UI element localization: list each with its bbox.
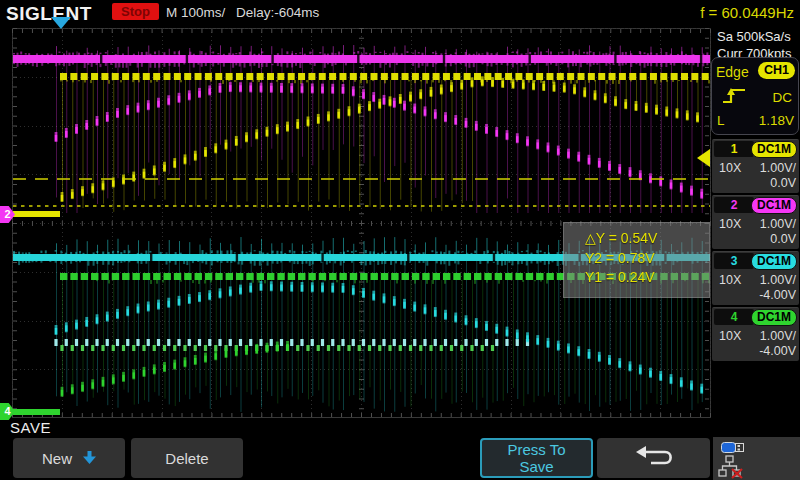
- status-icon-panel: [713, 437, 800, 480]
- trigger-level-marker[interactable]: [697, 149, 710, 167]
- new-button-label: New: [42, 450, 72, 467]
- cursor-y1-value: Y1 = 0.24V: [585, 268, 709, 288]
- trigger-level-label: L: [717, 113, 725, 128]
- channel3-scale: 1.00V/: [760, 273, 796, 287]
- channel2-info-panel[interactable]: 2 DC1M 10X 1.00V/ 0.0V: [712, 195, 799, 249]
- channel2-scale: 1.00V/: [760, 217, 796, 231]
- trigger-position-marker[interactable]: [51, 17, 71, 29]
- trigger-level-value: 1.18V: [759, 113, 794, 128]
- channel4-number: 4: [714, 309, 754, 325]
- channel4-coupling-badge: DC1M: [751, 309, 797, 326]
- channel2-number: 2: [714, 197, 754, 213]
- channel2-attenuation: 10X: [719, 217, 741, 231]
- channel2-coupling-badge: DC1M: [751, 197, 797, 214]
- channel1-info-panel[interactable]: 1 DC1M 10X 1.00V/ 0.0V: [712, 139, 799, 193]
- channel1-number: 1: [714, 141, 754, 157]
- channel4-offset: -4.00V: [759, 344, 796, 358]
- trigger-source-badge: CH1: [758, 62, 795, 79]
- back-button[interactable]: [597, 438, 710, 478]
- lan-disconnected-icon: [718, 455, 746, 480]
- channel1-offset: 0.0V: [770, 176, 796, 190]
- sample-rate-readout: Sa 500kSa/s: [717, 29, 791, 46]
- cursor-delta-y-value: △Y = 0.54V: [585, 229, 709, 249]
- trigger-info-panel[interactable]: Edge CH1 DC L 1.18V: [711, 57, 799, 135]
- timebase-readout: M 100ms/: [166, 5, 225, 20]
- channel3-info-panel[interactable]: 3 DC1M 10X 1.00V/ -4.00V: [712, 251, 799, 305]
- channel3-number: 3: [714, 253, 754, 269]
- press-to-save-line1: Press To: [507, 441, 565, 458]
- channel4-scale: 1.00V/: [760, 329, 796, 343]
- channel3-attenuation: 10X: [719, 273, 741, 287]
- press-to-save-button[interactable]: Press To Save: [480, 438, 593, 478]
- trigger-delay-readout: Delay:-604ms: [236, 5, 319, 20]
- return-arrow-icon: [631, 444, 677, 473]
- channel1-attenuation: 10X: [719, 161, 741, 175]
- oscilloscope-screen: SIGLENT Stop M 100ms/ Delay:-604ms f = 6…: [0, 0, 800, 480]
- run-state-badge[interactable]: Stop: [112, 3, 159, 20]
- rising-edge-icon: [721, 86, 747, 110]
- channel4-attenuation: 10X: [719, 329, 741, 343]
- menu-title: SAVE: [10, 419, 51, 436]
- delete-button-label: Delete: [165, 450, 208, 467]
- brand-logo: SIGLENT: [6, 3, 92, 25]
- channel2-offset: 0.0V: [770, 232, 796, 246]
- channel3-offset: -4.00V: [759, 288, 796, 302]
- channel1-scale: 1.00V/: [760, 161, 796, 175]
- channel4-info-panel[interactable]: 4 DC1M 10X 1.00V/ -4.00V: [712, 307, 799, 361]
- dropdown-arrow-icon: [83, 450, 96, 467]
- new-button[interactable]: New: [13, 438, 125, 478]
- press-to-save-line2: Save: [519, 458, 553, 475]
- right-sidebar: Sa 500kSa/s Curr 700kpts Edge CH1 DC L 1…: [711, 28, 800, 418]
- cursor-readout-panel: △Y = 0.54V Y2 = 0.78V Y1 = 0.24V: [563, 222, 710, 298]
- trigger-coupling-value: DC: [773, 90, 793, 105]
- bottom-menu-bar: SAVE New Delete Press To Save: [0, 418, 800, 480]
- delete-button[interactable]: Delete: [131, 438, 243, 478]
- frequency-counter: f = 60.0449Hz: [700, 4, 794, 21]
- channel3-coupling-badge: DC1M: [751, 253, 797, 270]
- cursor-y2-value: Y2 = 0.78V: [585, 249, 709, 269]
- channel1-coupling-badge: DC1M: [751, 141, 797, 158]
- trigger-type-label: Edge: [716, 64, 749, 80]
- top-status-bar: SIGLENT Stop M 100ms/ Delay:-604ms f = 6…: [0, 0, 800, 28]
